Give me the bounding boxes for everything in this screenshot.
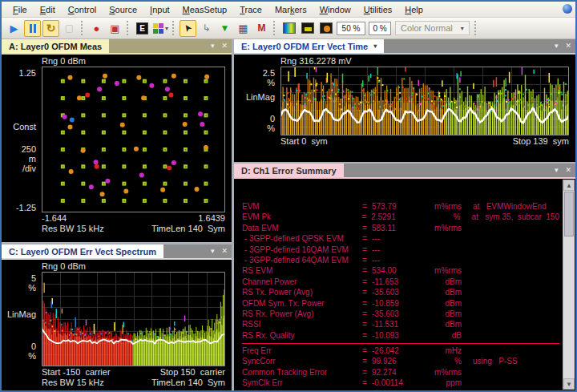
play-icon: ▶ bbox=[10, 22, 18, 34]
transparency-input[interactable]: 50 % bbox=[337, 22, 365, 35]
pointer-tool-button[interactable]: ➤ bbox=[180, 20, 196, 37]
scrollbar-thumb[interactable] bbox=[564, 192, 574, 236]
single-sweep-button[interactable]: ▢ bbox=[61, 20, 78, 37]
panel-ofdm-meas: A: Layer0 OFDM Meas ▾ ✕ Rng 0 dBm -1.644… bbox=[2, 39, 232, 242]
menu-meassetup[interactable]: MeasSetup bbox=[176, 3, 234, 16]
color-mode-select[interactable]: Color Normal▾ bbox=[395, 21, 470, 35]
record-button[interactable]: ● bbox=[88, 20, 105, 37]
time-plotbox bbox=[280, 67, 569, 135]
workspace: A: Layer0 OFDM Meas ▾ ✕ Rng 0 dBm -1.644… bbox=[2, 39, 575, 390]
summary-label: - 3GPP-defined 64QAM EVM bbox=[242, 255, 362, 265]
summary-equals: = bbox=[362, 201, 372, 212]
marker-couple-button[interactable]: ↳ bbox=[198, 20, 215, 37]
summary-unit: dBm bbox=[420, 287, 462, 297]
panel-a-titlebar-rest: ▾ ✕ bbox=[109, 39, 232, 53]
summary-separator bbox=[242, 343, 559, 344]
x-start-label: Start 0 sym bbox=[280, 136, 328, 146]
trace-display-button[interactable] bbox=[299, 20, 316, 37]
pause-button[interactable] bbox=[24, 20, 41, 37]
panel-e-title: E: Layer0 OFDM Err Vect Time bbox=[241, 42, 368, 51]
summary-extra: at sym 35, subcar 150 bbox=[472, 212, 560, 222]
record-icon: ● bbox=[94, 22, 100, 34]
restart-button[interactable]: ↻ bbox=[42, 20, 59, 37]
toolbar-grip[interactable] bbox=[273, 21, 277, 35]
scroll-up-icon[interactable]: ▲ bbox=[563, 180, 575, 191]
constellation-plot[interactable] bbox=[42, 67, 225, 212]
summary-value: 583.11 bbox=[372, 223, 420, 233]
menu-edit[interactable]: Edit bbox=[34, 3, 62, 16]
menu-control[interactable]: Control bbox=[62, 3, 103, 16]
y-format-label: LinMag bbox=[7, 309, 36, 319]
panel-close-icon[interactable]: ✕ bbox=[221, 248, 228, 255]
panel-c-tab[interactable]: C: Layer0 OFDM Err Vect Spectrum bbox=[2, 244, 163, 258]
toolbar-grip[interactable] bbox=[474, 21, 478, 35]
error-summary-table: EVM=573.79m%rmsat EVMWindowEndEVM Pk=2.5… bbox=[242, 179, 559, 390]
menu-input[interactable]: Input bbox=[143, 3, 176, 16]
marker-table-icon: ▦ bbox=[238, 22, 248, 34]
timelen-label: TimeLen 140 Sym bbox=[151, 224, 225, 233]
summary-value: 534.00 bbox=[372, 265, 420, 276]
marker-display-icon bbox=[320, 22, 333, 34]
summary-equals: = bbox=[362, 319, 372, 329]
y-axis-gutter: 2.5 % LinMag 0 % bbox=[234, 55, 279, 137]
scrollbar[interactable]: ▲ ▼ bbox=[563, 180, 575, 390]
peak-search-button[interactable]: ▼ bbox=[216, 20, 233, 37]
panel-d-tab[interactable]: D: Ch1 Error Summary bbox=[234, 164, 344, 177]
panel-close-icon[interactable]: ✕ bbox=[565, 42, 571, 50]
marker-table-button[interactable]: ▦ bbox=[235, 20, 252, 37]
range-readout: Rng 316.2278 mV bbox=[280, 55, 569, 67]
err-vect-time-plot[interactable] bbox=[280, 67, 569, 135]
spectrogram-button[interactable] bbox=[280, 20, 297, 37]
toolbar-grip[interactable] bbox=[81, 21, 85, 35]
err-vect-spectrum-plot[interactable] bbox=[42, 272, 225, 366]
menu-file[interactable]: File bbox=[6, 3, 34, 16]
menu-trace[interactable]: Trace bbox=[233, 3, 268, 16]
summary-value: 2.5291 bbox=[371, 212, 419, 222]
menu-window[interactable]: Window bbox=[313, 3, 357, 16]
panel-close-icon[interactable]: ✕ bbox=[221, 42, 228, 50]
summary-equals: = bbox=[362, 287, 372, 297]
pause-icon bbox=[30, 24, 36, 33]
toolbar-grip[interactable] bbox=[172, 21, 176, 35]
summary-equals: = bbox=[362, 378, 372, 388]
play-button[interactable]: ▶ bbox=[6, 20, 22, 37]
panel-minimize-icon[interactable]: ▾ bbox=[555, 42, 559, 50]
summary-row: Channel Power=-11.653dBm bbox=[242, 277, 559, 287]
menu-utilities[interactable]: Utilities bbox=[357, 3, 398, 16]
x-start-label: Start -150 carrier bbox=[42, 367, 111, 377]
threshold-input[interactable]: 0 % bbox=[369, 22, 391, 35]
recorder-icon: ▣ bbox=[110, 22, 119, 34]
menu-help[interactable]: Help bbox=[398, 3, 430, 16]
scroll-down-icon[interactable]: ▼ bbox=[563, 378, 575, 390]
measurement-window-button[interactable]: E bbox=[134, 20, 151, 37]
recorder-button[interactable]: ▣ bbox=[107, 20, 123, 37]
panel-a-title: A: Layer0 OFDM Meas bbox=[9, 42, 102, 51]
toolbar: ▶ ↻ ▢ ● ▣ E ▾ ➤ ↳ ▼ ▦ M 50 % 0 % Color N… bbox=[2, 18, 575, 39]
x-stop-label: Stop 150 carrier bbox=[160, 367, 225, 377]
y-axis-gutter: 5 % LinMag 0 % bbox=[2, 260, 40, 368]
panel-close-icon[interactable]: ✕ bbox=[565, 167, 571, 174]
window-layout-button[interactable]: ▾ bbox=[152, 20, 169, 37]
panel-minimize-icon[interactable]: ▾ bbox=[211, 42, 215, 50]
trace-select-arrow-icon[interactable]: ▾ bbox=[373, 42, 377, 50]
y-max-label: 2.5 bbox=[263, 68, 275, 78]
marker-button[interactable]: M bbox=[253, 20, 270, 37]
summary-value: 92.274 bbox=[372, 367, 420, 378]
panel-e-tab[interactable]: E: Layer0 OFDM Err Vect Time ▾ bbox=[234, 39, 384, 53]
panel-minimize-icon[interactable]: ▾ bbox=[211, 248, 215, 255]
marker-display-button[interactable] bbox=[317, 20, 334, 37]
menu-source[interactable]: Source bbox=[103, 3, 143, 16]
summary-unit: % bbox=[420, 356, 462, 366]
summary-value: --- bbox=[372, 233, 420, 244]
panel-minimize-icon[interactable]: ▾ bbox=[555, 167, 559, 174]
panel-a-titlebar: A: Layer0 OFDM Meas ▾ ✕ bbox=[2, 39, 232, 55]
panel-err-vect-spectrum: C: Layer0 OFDM Err Vect Spectrum ▾ ✕ Rng… bbox=[2, 244, 232, 390]
help-icon[interactable] bbox=[563, 4, 572, 14]
panel-a-tab[interactable]: A: Layer0 OFDM Meas bbox=[2, 39, 109, 53]
toolbar-grip[interactable] bbox=[127, 21, 131, 35]
summary-row: Common Tracking Error=92.274m%rms bbox=[242, 367, 559, 378]
menu-markers[interactable]: Markers bbox=[268, 3, 313, 16]
scrollbar-track[interactable] bbox=[563, 237, 575, 378]
summary-label: SyncCorr bbox=[242, 356, 362, 366]
summary-row: RS Rx. Power (Avg)=-35.603dBm bbox=[242, 309, 559, 319]
